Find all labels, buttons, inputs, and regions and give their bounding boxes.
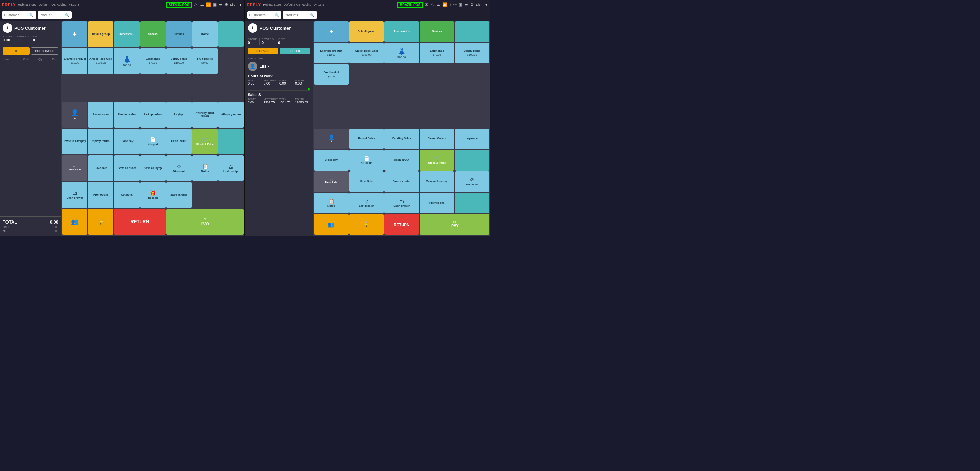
left-receipt-tile[interactable]: 🎁Receipt — [140, 182, 165, 208]
right-save-layaway-tile[interactable]: Save as layaway — [420, 171, 454, 192]
left-zippay-return-tile[interactable]: zipPay return — [88, 129, 113, 155]
left-save-layby-tile[interactable]: Save as layby — [140, 155, 165, 181]
right-snacks-tile[interactable]: Snacks — [420, 21, 454, 42]
left-stock-price-tile[interactable]: 🛒Stock & Price — [192, 129, 218, 155]
right-more-cat-tile[interactable]: ... — [455, 21, 489, 42]
right-lock-button[interactable]: 🔒 — [349, 214, 384, 235]
left-save-sale-tile[interactable]: Save sale — [88, 155, 113, 181]
right-save-sale-tile[interactable]: Save Sale — [349, 171, 384, 192]
left-afterpay-return-tile[interactable]: Afterpay return — [218, 102, 243, 128]
left-cart-icon-button[interactable]: ≡ — [3, 47, 30, 55]
left-save-order-tile[interactable]: Save as order — [114, 155, 139, 181]
right-cash-drawer-tile[interactable]: 🗃Cash drawer — [385, 193, 419, 214]
left-comfy-pants-tile[interactable]: Comfy pants$100.00 — [166, 48, 192, 74]
right-layaways-tile[interactable]: Layaways — [455, 129, 489, 149]
left-more-actions-tile[interactable]: ... — [218, 129, 243, 155]
left-return-button[interactable]: RETURN — [114, 209, 165, 235]
right-anklet-tile[interactable]: Anklet Rose Gold$180.00 — [349, 43, 384, 64]
left-promotions-tile[interactable]: Promotions — [88, 182, 113, 208]
left-purchases-button[interactable]: PURCHASES — [31, 47, 59, 55]
right-new-sale-tile[interactable]: F4New Sale — [314, 171, 348, 192]
left-invite-afterpay-tile[interactable]: Invite to Afterpay — [62, 129, 88, 155]
left-cash-drawer-tile[interactable]: 🗃Cash drawer — [62, 182, 88, 208]
left-group-button[interactable]: 👥 — [62, 209, 88, 235]
left-product-search[interactable]: 🔍 — [38, 11, 72, 19]
right-customer-search[interactable]: 🔍 — [247, 11, 282, 19]
right-close-day-tile[interactable]: Close day — [314, 150, 348, 171]
right-group-button[interactable]: 👥 — [314, 214, 348, 235]
left-product-input[interactable] — [40, 13, 64, 17]
left-customer-input[interactable] — [4, 13, 28, 17]
left-default-group-tile[interactable]: Default group — [88, 21, 113, 47]
left-dress-tile[interactable]: 👗$80.00 — [114, 48, 139, 74]
right-filter-button[interactable]: FILTER — [280, 48, 310, 54]
right-more-tile[interactable]: ... — [455, 193, 489, 214]
right-today-hours: TODAY 0:00 — [248, 79, 263, 85]
settings-icon[interactable]: ⚙ — [225, 2, 228, 7]
right-pay-button[interactable]: F2 PAY — [420, 214, 489, 235]
right-earphones-tile[interactable]: Earphones$70.00 — [420, 43, 454, 64]
left-close-day-tile[interactable]: Close day — [114, 129, 139, 155]
left-snacks-tile[interactable]: Snacks — [140, 21, 165, 47]
right-accessories-tile[interactable]: Accessories — [385, 21, 419, 42]
right-pending-sales-tile[interactable]: Pending Sales — [385, 129, 419, 149]
right-last-receipt-tile[interactable]: 🖨Last receipt — [349, 193, 384, 214]
left-clothes-tile[interactable]: Clothes — [166, 21, 192, 47]
left-x-report-tile[interactable]: 📄X-report — [140, 129, 165, 155]
right-promotions-tile[interactable]: Promotions — [420, 193, 454, 214]
left-lock-button[interactable]: 🔒 — [88, 209, 113, 235]
left-laybys-tile[interactable]: Laybys — [166, 102, 192, 128]
left-cash-inout-tile[interactable]: Cash In/Out — [166, 129, 192, 155]
left-add-customer-button[interactable]: + — [3, 23, 12, 33]
right-cash-inout-tile[interactable]: Cash In/Out — [385, 150, 419, 171]
left-pickup-orders-tile[interactable]: Pickup orders — [140, 102, 165, 128]
left-example-product-tile[interactable]: Example product$12.00 — [62, 48, 88, 74]
right-stock-price-tile[interactable]: 🛒Stock & Price — [420, 150, 454, 171]
left-home-tile[interactable]: Home — [192, 21, 218, 47]
right-add-customer-button[interactable]: + — [248, 23, 258, 33]
right-recent-sales-tile[interactable]: Recent Sales — [349, 129, 384, 149]
right-add-tile[interactable]: + — [314, 21, 348, 42]
left-last-receipt-tile[interactable]: 🖨Last receipt — [218, 155, 243, 181]
left-more-cat-tile[interactable]: ... — [218, 21, 243, 47]
left-add-customer-tile[interactable]: 👤+ — [62, 102, 88, 128]
left-coupons-tile[interactable]: Coupons — [114, 182, 139, 208]
left-notes-tile[interactable]: 📋Notes — [192, 155, 218, 181]
left-new-sale-tile[interactable]: F4New sale — [62, 155, 88, 181]
left-pay-button[interactable]: F2 PAY — [166, 209, 244, 235]
left-user-chevron[interactable]: ▼ — [239, 3, 242, 7]
right-x-report-tile[interactable]: 📄X-Report — [349, 150, 384, 171]
right-dress-tile[interactable]: 👗$80.00 — [385, 43, 419, 64]
right-details-button[interactable]: DETAILS — [248, 48, 278, 54]
right-settings-icon[interactable]: ⚙ — [470, 2, 474, 7]
right-menu-icon[interactable]: ☰ — [465, 2, 468, 7]
left-earphones-tile[interactable]: Earphones$70.00 — [140, 48, 165, 74]
left-accessories-tile[interactable]: Accessori... — [114, 21, 139, 47]
right-default-group-tile[interactable]: Default group — [349, 21, 384, 42]
left-discount-tile[interactable]: ⊘Discount — [166, 155, 192, 181]
left-fruit-basket-tile[interactable]: Fruit basket$0.00 — [192, 48, 218, 74]
left-add-tile[interactable]: + — [62, 21, 88, 47]
right-user-chevron[interactable]: ▼ — [485, 3, 488, 7]
right-customer-input[interactable] — [249, 13, 273, 17]
right-pickup-orders-tile[interactable]: Pickup Orders — [420, 129, 454, 149]
right-visit-label: VISIT — [278, 38, 285, 41]
right-notes-tile[interactable]: 📋Notes — [314, 193, 348, 214]
right-product-search[interactable]: 🔍 — [283, 11, 317, 19]
left-pending-sales-tile[interactable]: Pending sales — [114, 102, 139, 128]
right-discount-tile[interactable]: ⊘Discount — [455, 171, 489, 192]
left-save-offer-tile[interactable]: Save as offer — [166, 182, 192, 208]
left-afterpay-order-return-tile[interactable]: Afterpay order return — [192, 102, 218, 128]
left-recent-sales-tile[interactable]: Recent sales — [88, 102, 113, 128]
left-customer-search[interactable]: 🔍 — [2, 11, 36, 19]
menu-icon[interactable]: ☰ — [219, 2, 223, 7]
right-comfy-pants-tile[interactable]: Comfy pants$100.00 — [455, 43, 489, 64]
right-example-product-tile[interactable]: Example product$12.00 — [314, 43, 348, 64]
right-product-input[interactable] — [285, 13, 309, 17]
right-fruit-basket-tile[interactable]: Fruit basket$0.00 — [314, 64, 348, 85]
right-add-customer-tile[interactable]: 👤+ — [314, 129, 348, 149]
right-more-actions-tile[interactable]: ... — [455, 150, 489, 171]
right-save-order-tile[interactable]: Save as order — [385, 171, 419, 192]
right-return-button[interactable]: RETURN — [385, 214, 419, 235]
left-anklet-tile[interactable]: Anklet Rose Gold$180.00 — [88, 48, 113, 74]
